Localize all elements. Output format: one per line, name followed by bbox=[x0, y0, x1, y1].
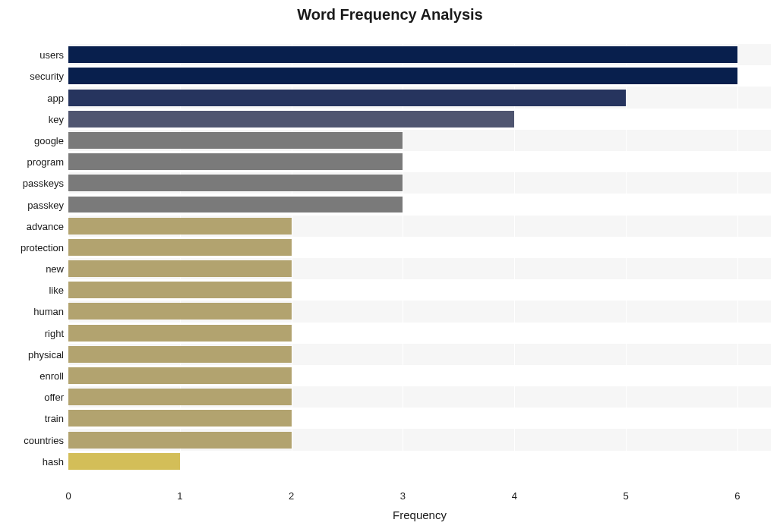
y-tick-label: google bbox=[34, 134, 64, 146]
bar bbox=[68, 153, 403, 170]
bar bbox=[68, 346, 292, 363]
y-tick-label: right bbox=[45, 327, 64, 338]
bar-row: train bbox=[68, 408, 771, 429]
y-tick-label: offer bbox=[44, 392, 64, 403]
bar-row: google bbox=[68, 130, 771, 151]
y-tick-label: human bbox=[33, 306, 64, 317]
bar bbox=[68, 68, 737, 84]
y-tick-label: app bbox=[47, 92, 64, 103]
bar-row: passkeys bbox=[68, 172, 771, 194]
bar-row: like bbox=[68, 279, 771, 301]
bar bbox=[68, 367, 292, 384]
y-tick-label: hash bbox=[43, 455, 64, 467]
y-tick-label: enroll bbox=[39, 370, 64, 382]
bar bbox=[68, 260, 292, 277]
y-tick-label: protection bbox=[21, 241, 64, 253]
chart-title: Word Frequency Analysis bbox=[0, 6, 780, 24]
x-tick-label: 5 bbox=[624, 490, 629, 502]
bar-row: offer bbox=[68, 386, 771, 408]
y-tick-label: new bbox=[46, 263, 64, 275]
bar bbox=[68, 432, 292, 449]
gridline bbox=[626, 29, 627, 487]
y-tick-label: passkey bbox=[27, 199, 64, 210]
x-tick-label: 6 bbox=[734, 490, 740, 502]
plot-area: userssecurityappkeygoogleprogrampasskeys… bbox=[68, 29, 771, 487]
bar bbox=[68, 90, 626, 106]
bar-row: new bbox=[68, 258, 771, 279]
bar bbox=[68, 325, 292, 342]
bar-row: physical bbox=[68, 344, 771, 365]
y-tick-label: countries bbox=[24, 434, 64, 445]
bar bbox=[68, 410, 292, 427]
y-tick-label: security bbox=[30, 71, 64, 82]
bar-row: right bbox=[68, 323, 771, 344]
bar bbox=[68, 46, 737, 63]
x-tick-label: 4 bbox=[512, 490, 517, 502]
y-tick-label: train bbox=[45, 413, 64, 424]
bar-row: users bbox=[68, 44, 771, 65]
bar-row: security bbox=[68, 65, 771, 87]
gridline bbox=[737, 29, 738, 487]
bar-row: hash bbox=[68, 451, 771, 472]
bar bbox=[68, 239, 292, 256]
bar bbox=[68, 389, 292, 405]
bar-row: protection bbox=[68, 237, 771, 258]
bar bbox=[68, 282, 292, 298]
y-tick-label: key bbox=[49, 113, 64, 124]
y-tick-label: advance bbox=[27, 220, 64, 231]
bar bbox=[68, 453, 180, 470]
x-tick-label: 1 bbox=[177, 490, 182, 502]
y-tick-label: like bbox=[49, 285, 64, 296]
x-axis-title: Frequency bbox=[68, 508, 771, 521]
bar bbox=[68, 197, 403, 213]
bar bbox=[68, 111, 514, 127]
word-frequency-chart: Word Frequency Analysis userssecurityapp… bbox=[0, 0, 780, 532]
bar-row: passkey bbox=[68, 194, 771, 215]
bar-row: program bbox=[68, 151, 771, 172]
bar bbox=[68, 218, 292, 235]
bar bbox=[68, 303, 292, 320]
bar-row: countries bbox=[68, 429, 771, 450]
x-axis-ticks: 0123456 bbox=[68, 490, 771, 504]
bar-row: enroll bbox=[68, 365, 771, 386]
bar-row: human bbox=[68, 301, 771, 322]
x-tick-label: 0 bbox=[65, 490, 71, 502]
y-tick-label: passkeys bbox=[23, 178, 64, 189]
bar bbox=[68, 132, 403, 149]
y-tick-label: program bbox=[27, 156, 64, 168]
x-tick-label: 2 bbox=[289, 490, 294, 502]
y-tick-label: physical bbox=[28, 348, 64, 360]
bar-row: app bbox=[68, 87, 771, 108]
bar-row: key bbox=[68, 109, 771, 130]
x-tick-label: 3 bbox=[400, 490, 406, 502]
y-tick-label: users bbox=[39, 49, 64, 61]
bar-row: advance bbox=[68, 216, 771, 237]
bar bbox=[68, 175, 403, 191]
